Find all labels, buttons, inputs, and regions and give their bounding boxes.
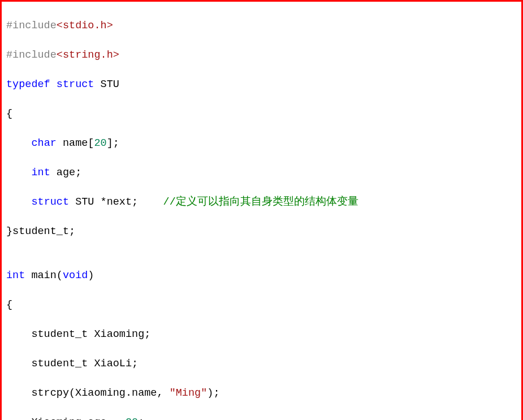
struct-name: STU	[94, 79, 119, 90]
code-line: }student_t;	[6, 224, 517, 239]
code-line: struct STU *next; //定义可以指向其自身类型的结构体变量	[6, 195, 517, 210]
header-name: <string.h>	[57, 49, 119, 61]
type-int: int	[31, 167, 50, 179]
type-char: char	[31, 137, 56, 149]
keyword-void: void	[63, 270, 88, 282]
number-literal: 20	[126, 417, 138, 420]
code-line: #include<string.h>	[6, 48, 517, 63]
code-line: {	[6, 298, 517, 313]
code-line: Xiaoming.age = 20;	[6, 415, 517, 420]
code-line: {	[6, 107, 517, 122]
number-literal: 20	[94, 137, 106, 149]
code-editor-panel: #include<stdio.h> #include<string.h> typ…	[0, 0, 523, 420]
preprocessor-directive: #include	[6, 20, 57, 32]
code-line: char name[20];	[6, 136, 517, 151]
header-name: <stdio.h>	[57, 20, 113, 32]
comment: //定义可以指向其自身类型的结构体变量	[163, 196, 358, 208]
code-line: #include<stdio.h>	[6, 19, 517, 33]
type-int: int	[6, 270, 25, 282]
string-literal: "Ming"	[170, 387, 208, 399]
code-line: int age;	[6, 166, 517, 180]
code-line: student_t XiaoLi;	[6, 357, 517, 371]
keyword-struct: struct	[31, 196, 69, 208]
code-line: int main(void)	[6, 269, 517, 283]
keyword-typedef: typedef	[6, 79, 50, 90]
code-line: strcpy(Xiaoming.name, "Ming");	[6, 386, 517, 401]
preprocessor-directive: #include	[6, 49, 57, 61]
code-line: typedef struct STU	[6, 77, 517, 92]
code-line: student_t Xiaoming;	[6, 327, 517, 342]
keyword-struct: struct	[57, 79, 94, 90]
